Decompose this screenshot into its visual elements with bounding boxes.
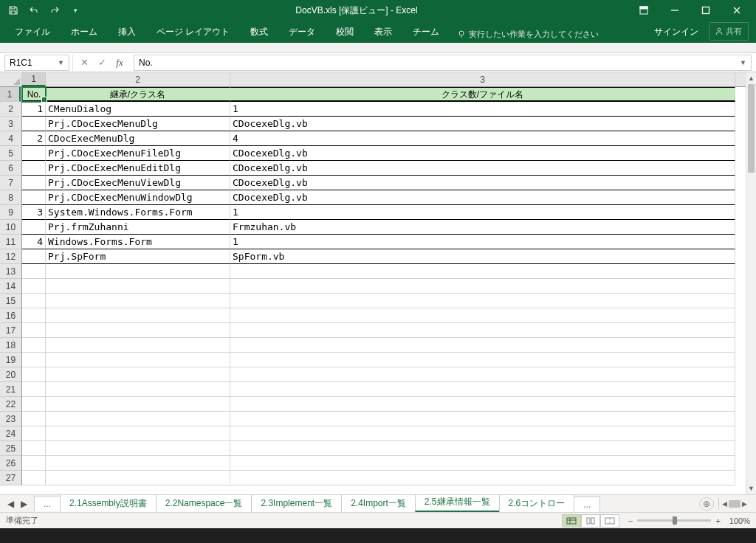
cell[interactable] <box>22 161 46 176</box>
row-header[interactable]: 15 <box>0 294 21 308</box>
cell[interactable] <box>230 397 735 412</box>
row-header[interactable]: 2 <box>0 102 21 117</box>
fx-icon[interactable]: fx <box>111 55 128 70</box>
cell[interactable] <box>22 117 46 131</box>
cell[interactable]: 1 <box>22 102 46 117</box>
cell[interactable] <box>22 264 46 279</box>
cell[interactable] <box>22 353 46 367</box>
cell[interactable]: 1 <box>230 235 735 249</box>
share-button[interactable]: 共有 <box>709 22 749 41</box>
sheet-tab[interactable]: 2.4Import一覧 <box>341 495 416 512</box>
scroll-left-icon[interactable]: ◀ <box>722 500 727 508</box>
row-header[interactable]: 3 <box>0 117 21 131</box>
row-header[interactable]: 23 <box>0 412 21 426</box>
cell[interactable]: CDocExecMenuDlg <box>46 131 230 146</box>
cell[interactable]: CDocexeDlg.vb <box>230 190 735 205</box>
formula-input[interactable]: No. ▼ <box>134 55 752 71</box>
row-header[interactable]: 10 <box>0 220 21 235</box>
cell[interactable] <box>46 308 230 323</box>
sheet-nav-prev-icon[interactable]: ◀ <box>4 499 16 509</box>
cell[interactable]: SpForm.vb <box>230 249 735 264</box>
qat-customize-icon[interactable]: ▾ <box>66 1 84 19</box>
cell[interactable] <box>22 441 46 456</box>
tab-team[interactable]: チーム <box>402 21 450 43</box>
cell[interactable] <box>230 456 735 471</box>
save-icon[interactable] <box>4 1 22 19</box>
cell[interactable] <box>22 308 46 323</box>
cell[interactable] <box>230 426 735 441</box>
scroll-down-icon[interactable]: ▼ <box>746 483 756 494</box>
tab-formulas[interactable]: 数式 <box>240 21 278 43</box>
cell[interactable] <box>230 382 735 397</box>
row-header[interactable]: 17 <box>0 323 21 338</box>
column-header[interactable]: 2 <box>46 72 230 86</box>
cell[interactable]: Windows.Forms.Form <box>46 235 230 249</box>
sheet-tab[interactable]: 2.6コントロー <box>499 495 575 512</box>
cell[interactable] <box>230 323 735 338</box>
cell[interactable] <box>22 249 46 264</box>
cell[interactable] <box>22 426 46 441</box>
row-header[interactable]: 12 <box>0 249 21 264</box>
cell[interactable] <box>230 441 735 456</box>
cell[interactable] <box>230 353 735 367</box>
view-pagebreak-icon[interactable] <box>600 514 619 528</box>
cell[interactable]: クラス数/ファイル名 <box>230 87 735 102</box>
row-header[interactable]: 18 <box>0 338 21 353</box>
cell[interactable] <box>46 426 230 441</box>
cell[interactable] <box>22 323 46 338</box>
cell[interactable]: Prj.frmZuhanni <box>46 220 230 235</box>
row-header[interactable]: 8 <box>0 190 21 205</box>
view-pagelayout-icon[interactable] <box>581 514 600 528</box>
cell[interactable]: Frmzuhan.vb <box>230 220 735 235</box>
cell[interactable] <box>22 176 46 190</box>
zoom-out-button[interactable]: − <box>628 516 633 525</box>
row-header[interactable]: 27 <box>0 471 21 485</box>
undo-icon[interactable] <box>25 1 43 19</box>
scroll-up-icon[interactable]: ▲ <box>746 72 756 84</box>
row-header[interactable]: 24 <box>0 426 21 441</box>
row-header[interactable]: 21 <box>0 382 21 397</box>
sheet-tab[interactable]: 2.5継承情報一覧 <box>415 495 500 512</box>
row-header[interactable]: 9 <box>0 205 21 220</box>
horizontal-scrollbar[interactable]: ◀ ▶ <box>719 500 756 508</box>
cell[interactable] <box>46 338 230 353</box>
cell[interactable] <box>46 294 230 308</box>
cell[interactable] <box>22 471 46 485</box>
scroll-right-icon[interactable]: ▶ <box>742 500 747 508</box>
cell[interactable] <box>46 323 230 338</box>
row-header[interactable]: 19 <box>0 353 21 367</box>
enter-icon[interactable]: ✓ <box>94 55 110 70</box>
sheet-tab[interactable]: 2.2Namespace一覧 <box>156 495 252 512</box>
cell[interactable] <box>46 471 230 485</box>
cell[interactable] <box>46 353 230 367</box>
maximize-button[interactable] <box>691 1 721 19</box>
tab-view[interactable]: 表示 <box>364 21 402 43</box>
cell[interactable]: CDocexeDlg.vb <box>230 146 735 161</box>
cell[interactable] <box>230 471 735 485</box>
cell[interactable]: CDocexeDlg.vb <box>230 161 735 176</box>
cell[interactable]: Prj.CDocExecMenuFileDlg <box>46 146 230 161</box>
cell[interactable] <box>230 367 735 382</box>
zoom-level[interactable]: 100% <box>729 516 750 525</box>
view-normal-icon[interactable] <box>562 514 581 528</box>
cell[interactable]: 2 <box>22 131 46 146</box>
scroll-thumb[interactable] <box>748 84 755 173</box>
cell[interactable] <box>230 279 735 294</box>
tab-insert[interactable]: 挿入 <box>108 21 146 43</box>
row-header[interactable]: 25 <box>0 441 21 456</box>
cell[interactable] <box>46 382 230 397</box>
cell[interactable] <box>22 190 46 205</box>
cell[interactable]: 3 <box>22 205 46 220</box>
sheet-nav-next-icon[interactable]: ▶ <box>18 499 30 509</box>
cell[interactable] <box>46 279 230 294</box>
tell-me-search[interactable]: 実行したい作業を入力してください <box>450 26 606 43</box>
cell[interactable]: CDocexeDlg.vb <box>230 176 735 190</box>
row-header[interactable]: 4 <box>0 131 21 146</box>
name-box[interactable]: R1C1 ▼ <box>4 55 69 71</box>
row-header[interactable]: 6 <box>0 161 21 176</box>
row-header[interactable]: 20 <box>0 367 21 382</box>
chevron-down-icon[interactable]: ▼ <box>58 59 64 66</box>
cell[interactable] <box>230 308 735 323</box>
tab-data[interactable]: データ <box>278 21 326 43</box>
cell[interactable] <box>46 264 230 279</box>
